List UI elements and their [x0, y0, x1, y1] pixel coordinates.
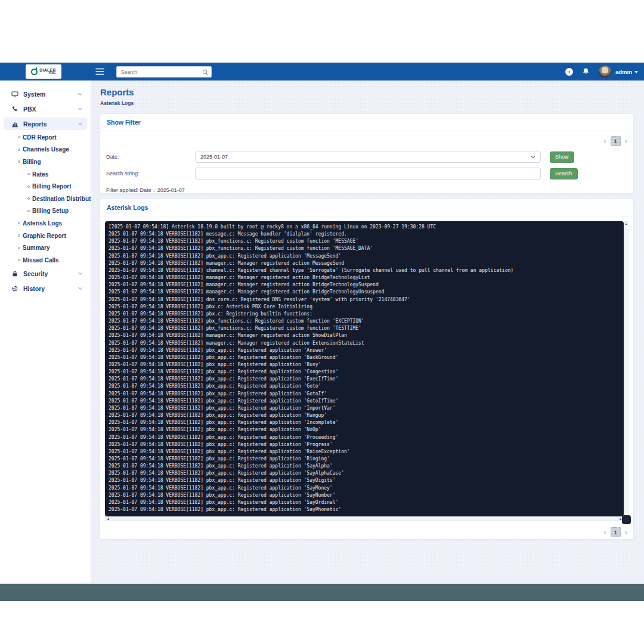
- asterisk-logs-panel: Asterisk Logs [2025-01-07 09:54:18] Aste…: [100, 199, 634, 540]
- sidebar-item-graphic-report[interactable]: Graphic Report: [0, 230, 91, 242]
- bullet-icon: [27, 197, 30, 200]
- sidebar-item-cdr-report[interactable]: CDR Report: [0, 131, 91, 144]
- bullet-icon: [18, 234, 20, 237]
- sidebar-item-history[interactable]: History: [0, 281, 91, 296]
- sidebar-item-label: Security: [23, 270, 48, 277]
- bullet-icon: [18, 160, 20, 163]
- sidebar-item-label: Missed Calls: [23, 257, 59, 264]
- logs-panel-title: Asterisk Logs: [100, 199, 633, 216]
- sidebar-item-billing-setup[interactable]: Billing Setup: [0, 205, 91, 218]
- sidebar-item-channels-usage[interactable]: Channels Usage: [0, 144, 91, 156]
- next-page-button[interactable]: ›: [625, 528, 627, 536]
- sidebar-item-missed-calls[interactable]: Missed Calls: [0, 254, 91, 267]
- date-label: Date:: [106, 154, 195, 160]
- chevron-icon: [78, 106, 82, 110]
- scroll-left-icon[interactable]: ◀: [107, 517, 109, 521]
- page-number[interactable]: 1: [611, 136, 621, 146]
- user-menu[interactable]: admin: [615, 69, 638, 75]
- logo-text-line2: KING: [49, 72, 56, 75]
- sidebar: System PBX Reports CDR Report Ch: [0, 80, 91, 583]
- page-number[interactable]: 1: [611, 527, 621, 537]
- sidebar-item-label: Reports: [23, 120, 47, 128]
- bullet-icon: [18, 222, 20, 224]
- page-title: Reports: [100, 87, 634, 97]
- sidebar-item-label: Billing Report: [32, 183, 72, 190]
- bullet-icon: [18, 136, 20, 138]
- bar-chart-icon: [11, 120, 18, 128]
- sidebar-item-rates[interactable]: Rates: [0, 168, 91, 181]
- chevron-down-icon: [531, 156, 535, 159]
- app-logo[interactable]: DIALER KING: [26, 64, 61, 79]
- logo-mark-icon: [31, 69, 38, 75]
- search-icon[interactable]: [202, 67, 209, 78]
- bullet-icon: [27, 185, 30, 188]
- sidebar-item-label: Summary: [23, 244, 50, 251]
- horizontal-scrollbar[interactable]: ◀ ▶: [105, 516, 624, 521]
- search-button[interactable]: Search: [550, 168, 578, 179]
- pagination-bottom: ‹ 1 ›: [105, 527, 627, 537]
- log-output: [2025-01-07 09:54:18] Asterisk 18.19.0 b…: [109, 224, 620, 513]
- date-select-value: 2025-01-07: [200, 154, 228, 160]
- sidebar-item-system[interactable]: System: [0, 86, 91, 101]
- show-button[interactable]: Show: [550, 151, 574, 163]
- monitor-icon: [11, 91, 18, 98]
- chevron-icon: [78, 122, 82, 126]
- lock-icon: [11, 270, 18, 277]
- chevron-icon: [78, 91, 82, 95]
- sidebar-item-billing[interactable]: Billing: [0, 156, 91, 168]
- breadcrumb: Asterisk Logs: [100, 100, 634, 106]
- prev-page-button[interactable]: ‹: [603, 528, 606, 536]
- bullet-icon: [27, 173, 30, 175]
- history-icon: [11, 285, 18, 292]
- chevron-icon: [78, 271, 82, 275]
- show-filter-toggle[interactable]: Show Filter: [100, 114, 633, 131]
- sidebar-item-security[interactable]: Security: [0, 267, 91, 281]
- bullet-icon: [27, 210, 30, 212]
- window-bottom-edge: [0, 583, 644, 601]
- bullet-icon: [18, 247, 20, 249]
- phone-icon: [11, 106, 18, 113]
- sidebar-item-reports[interactable]: Reports: [4, 117, 87, 130]
- header-search-input[interactable]: [116, 66, 212, 78]
- app-header: DIALER KING i admin: [0, 63, 644, 80]
- user-avatar[interactable]: [599, 66, 611, 78]
- sidebar-item-label: Asterisk Logs: [23, 220, 62, 227]
- date-select[interactable]: 2025-01-07: [195, 151, 541, 163]
- page-canvas: DIALER KING i admin: [0, 0, 644, 644]
- next-page-button[interactable]: ›: [625, 137, 627, 145]
- sidebar-item-label: PBX: [23, 106, 36, 113]
- sidebar-item-label: System: [23, 91, 45, 98]
- search-string-input[interactable]: [195, 168, 541, 179]
- sidebar-item-label: Rates: [32, 171, 48, 178]
- sidebar-item-label: Billing Setup: [32, 208, 69, 214]
- header-search: [116, 66, 212, 78]
- info-icon[interactable]: i: [565, 68, 573, 76]
- vertical-scrollbar[interactable]: ▲: [624, 221, 628, 516]
- prev-page-button[interactable]: ‹: [603, 137, 606, 145]
- bell-icon[interactable]: [582, 67, 590, 76]
- sidebar-item-label: CDR Report: [23, 134, 57, 141]
- chevron-icon: [78, 286, 82, 290]
- sidebar-item-billing-report[interactable]: Billing Report: [0, 180, 91, 193]
- bullet-icon: [18, 259, 20, 261]
- search-string-label: Search string:: [106, 171, 195, 177]
- pagination-top: ‹ 1 ›: [603, 136, 627, 146]
- scrollbar-corner-handle[interactable]: [622, 515, 631, 524]
- bullet-icon: [18, 148, 20, 151]
- sidebar-item-label: History: [23, 285, 45, 292]
- hamburger-menu-icon[interactable]: [95, 68, 104, 75]
- filter-panel: Show Filter ‹ 1 › Date: 2025-01-07 Show …: [100, 113, 634, 194]
- user-name: admin: [615, 69, 632, 75]
- sidebar-item-summary[interactable]: Summary: [0, 242, 91, 254]
- sidebar-item-label: Channels Usage: [23, 146, 69, 153]
- sidebar-item-label: Destination Distribution: [32, 196, 91, 202]
- sidebar-item-pbx[interactable]: PBX: [0, 101, 91, 116]
- sidebar-item-label: Graphic Report: [23, 233, 66, 239]
- filter-applied-text: Filter applied: Date = 2025-01-07: [106, 187, 633, 193]
- scroll-up-icon[interactable]: ▲: [624, 222, 628, 225]
- sidebar-item-asterisk-logs[interactable]: Asterisk Logs: [0, 217, 91, 230]
- log-terminal: [2025-01-07 09:54:18] Asterisk 18.19.0 b…: [105, 221, 624, 516]
- chevron-down-icon: [634, 71, 638, 73]
- sidebar-item-destination-distribution[interactable]: Destination Distribution: [0, 193, 91, 205]
- main-content: Reports Asterisk Logs Show Filter ‹ 1 › …: [91, 80, 644, 583]
